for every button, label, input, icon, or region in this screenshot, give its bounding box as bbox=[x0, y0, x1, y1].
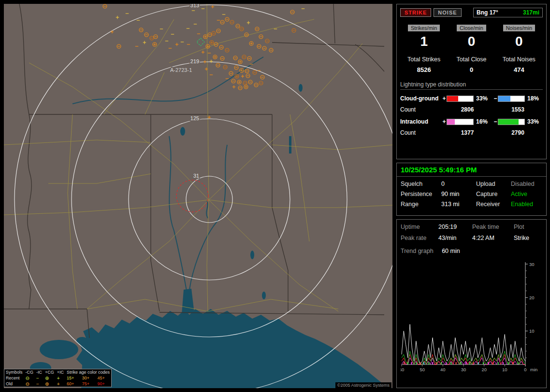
plus-sign: + bbox=[442, 118, 447, 125]
minus-sign: − bbox=[493, 95, 498, 102]
peak-rate-value: 43/min bbox=[438, 235, 472, 241]
plus-sign: + bbox=[442, 95, 447, 102]
capture-label: Capture bbox=[476, 191, 511, 197]
legend-recent-label: Recent bbox=[4, 375, 24, 381]
legend-age-90: 90+ bbox=[96, 381, 111, 387]
svg-text:min: min bbox=[530, 367, 537, 372]
trend-graph-window: 60 min bbox=[442, 248, 460, 254]
uptime-value: 205:19 bbox=[438, 224, 472, 230]
intracloud-row: Intracloud + 16% − 33% bbox=[400, 118, 543, 125]
peak-time-value: 4:22 AM bbox=[472, 235, 514, 241]
cg-pos-count: 2806 bbox=[442, 106, 493, 113]
app-window: 313 219 125 31 A-2723-1 Symbols -CG -IC … bbox=[0, 0, 550, 392]
plus-icon: + bbox=[56, 375, 65, 381]
trend-chart: 3020106050403020100min bbox=[401, 257, 542, 373]
datetime-display: 10/25/2025 5:49:16 PM bbox=[397, 163, 546, 177]
ic-pos-bar bbox=[447, 119, 474, 125]
strikes-per-min-label: Strikes/min bbox=[408, 25, 440, 31]
cloud-ground-count-row: Count 2806 1553 bbox=[400, 106, 543, 113]
map-area[interactable]: 313 219 125 31 A-2723-1 Symbols -CG -IC … bbox=[4, 4, 392, 388]
capture-status: Active bbox=[511, 191, 542, 197]
svg-text:10: 10 bbox=[529, 328, 535, 334]
ring-label-31: 31 bbox=[193, 173, 199, 179]
svg-text:40: 40 bbox=[440, 367, 446, 372]
ic-pos-pct: 16% bbox=[474, 118, 493, 125]
noise-button[interactable]: NOISE bbox=[434, 8, 461, 17]
circle-minus-icon: ⊖ bbox=[24, 375, 35, 381]
ic-neg-bar bbox=[498, 119, 525, 125]
strikes-per-min-value: 1 bbox=[400, 32, 448, 51]
legend-age-60: 60+ bbox=[65, 381, 81, 387]
ring-label-125: 125 bbox=[190, 115, 199, 121]
plus-icon: + bbox=[56, 381, 65, 387]
noises-per-min-value: 0 bbox=[495, 32, 543, 51]
legend-col-pic: +IC bbox=[56, 369, 65, 375]
cloud-ground-row: Cloud-ground + 33% − 18% bbox=[400, 95, 543, 102]
legend-age-title: Strike age color codes bbox=[65, 369, 111, 375]
count-label: Count bbox=[400, 129, 442, 136]
station-label: A-2723-1 bbox=[170, 67, 192, 73]
receiver-label: Receiver bbox=[476, 201, 511, 208]
svg-text:50: 50 bbox=[420, 367, 425, 372]
legend-age-75: 75+ bbox=[81, 381, 96, 387]
trend-box: Uptime 205:19 Peak time Plot Peak rate 4… bbox=[396, 219, 547, 388]
ic-neg-count: 2790 bbox=[493, 129, 543, 136]
svg-text:20: 20 bbox=[481, 367, 487, 372]
legend-age-15: 15+ bbox=[65, 375, 81, 381]
peak-time-label: Peak time bbox=[472, 224, 514, 230]
legend-age-30: 30+ bbox=[81, 375, 96, 381]
cg-pos-pct: 33% bbox=[474, 95, 493, 102]
svg-text:30: 30 bbox=[461, 367, 466, 372]
close-per-min-value: 0 bbox=[448, 32, 495, 51]
intracloud-count-row: Count 1377 2790 bbox=[400, 129, 543, 136]
plot-label: Plot bbox=[514, 224, 542, 230]
copyright-credit: ©2005 Astrogenic Systems bbox=[335, 382, 391, 388]
map-view[interactable]: 313 219 125 31 A-2723-1 bbox=[4, 4, 392, 388]
close-per-min-label: Close/min bbox=[457, 25, 486, 31]
stats-box: STRIKE NOISE Bng 17° 317mi Strikes/min C… bbox=[396, 4, 547, 159]
minus-sign: − bbox=[493, 118, 498, 125]
ic-pos-count: 1377 bbox=[442, 129, 493, 136]
ring-label-313: 313 bbox=[190, 4, 199, 8]
range-label: Range bbox=[401, 201, 441, 208]
legend-col-nic: -IC bbox=[35, 369, 43, 375]
squelch-label: Squelch bbox=[401, 181, 441, 187]
cg-pos-bar bbox=[447, 96, 474, 102]
svg-text:60: 60 bbox=[401, 367, 404, 372]
total-strikes-value: 8526 bbox=[400, 66, 448, 73]
minus-icon: − bbox=[35, 375, 43, 381]
cg-neg-count: 1553 bbox=[493, 106, 543, 113]
uptime-label: Uptime bbox=[401, 224, 438, 230]
total-strikes-label: Total Strikes bbox=[400, 56, 448, 63]
bearing-range-value: 317mi bbox=[523, 9, 539, 16]
minus-icon: − bbox=[35, 381, 43, 387]
ic-neg-pct: 33% bbox=[525, 118, 539, 125]
svg-text:20: 20 bbox=[529, 295, 535, 300]
cg-neg-bar bbox=[498, 96, 525, 102]
legend-col-pcg: +CG bbox=[43, 369, 56, 375]
legend-age-45: 45+ bbox=[96, 375, 111, 381]
total-noises-label: Total Noises bbox=[495, 56, 543, 63]
svg-text:0: 0 bbox=[524, 367, 526, 372]
total-close-label: Total Close bbox=[448, 56, 495, 63]
symbol-legend: Symbols -CG -IC +CG +IC Strike age color… bbox=[4, 369, 112, 387]
distribution-title: Lightning type distribution bbox=[400, 81, 543, 90]
total-noises-value: 474 bbox=[495, 66, 543, 73]
status-box: 10/25/2025 5:49:16 PM Squelch 0 Upload D… bbox=[396, 163, 547, 216]
total-close-value: 0 bbox=[448, 66, 495, 73]
plot-value: Strike bbox=[514, 235, 542, 241]
cg-neg-pct: 18% bbox=[525, 95, 539, 102]
range-value: 313 mi bbox=[441, 201, 476, 208]
upload-status: Disabled bbox=[511, 181, 542, 187]
receiver-status: Enabled bbox=[511, 201, 542, 208]
circle-plus-icon: ⊕ bbox=[43, 375, 56, 381]
squelch-value: 0 bbox=[441, 181, 476, 187]
trend-graph-label: Trend graph bbox=[401, 248, 434, 254]
count-label: Count bbox=[400, 106, 442, 113]
strike-button[interactable]: STRIKE bbox=[400, 8, 431, 17]
svg-text:10: 10 bbox=[502, 367, 507, 372]
intracloud-label: Intracloud bbox=[400, 118, 442, 125]
cloud-ground-label: Cloud-ground bbox=[400, 95, 442, 102]
circle-plus-icon: ⊕ bbox=[43, 381, 56, 387]
bearing-display: Bng 17° 317mi bbox=[473, 8, 543, 17]
